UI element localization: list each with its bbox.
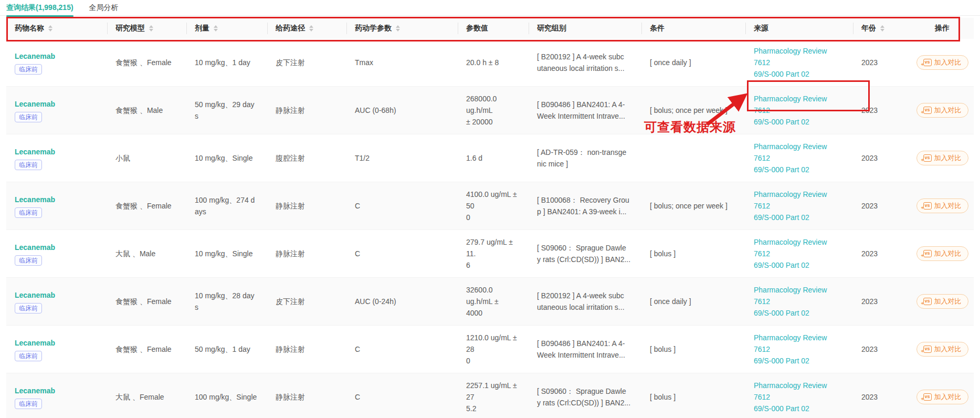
drug-name-link[interactable]: Lecanemab: [15, 51, 99, 61]
source-link[interactable]: Pharmacology Review 7612 69/S-000 Part 0…: [754, 284, 845, 319]
cell-route: 皮下注射: [267, 39, 346, 87]
cell-action: vs+加入对比: [911, 134, 974, 182]
column-label-value: 参数值: [466, 24, 488, 32]
table-row: Lecanemab临床前大鼠 、Male10 mg/kg、Single静脉注射C…: [6, 230, 974, 278]
cell-action: vs+加入对比: [911, 39, 974, 87]
drug-name-link[interactable]: Lecanemab: [15, 242, 99, 253]
phase-badge: 临床前: [15, 160, 42, 170]
column-header-group: 研究组别: [529, 18, 641, 39]
sort-caret-icon[interactable]: [149, 25, 153, 32]
add-to-compare-button[interactable]: vs+加入对比: [916, 151, 968, 165]
column-header-action: 操作: [911, 18, 974, 39]
column-header-param[interactable]: 药动学参数: [346, 18, 458, 39]
cell-parameter: C: [346, 182, 458, 230]
cell-route: 静脉注射: [267, 182, 346, 230]
cell-value: 1.6 d: [458, 134, 529, 182]
source-link[interactable]: Pharmacology Review 7612 69/S-000 Part 0…: [754, 332, 845, 367]
cell-dose: 100 mg/kg、Single: [186, 373, 267, 418]
source-link[interactable]: Pharmacology Review 7612 69/S-000 Part 0…: [754, 45, 845, 80]
drug-name-link[interactable]: Lecanemab: [15, 385, 99, 396]
cell-study-group: [ B200192 ] A 4-week subc utaneous local…: [529, 39, 641, 87]
add-to-compare-label: 加入对比: [934, 344, 962, 354]
table-row: Lecanemab临床前食蟹猴 、Male50 mg/kg、29 day s静脉…: [6, 87, 974, 134]
add-to-compare-button[interactable]: vs+加入对比: [916, 246, 968, 261]
add-to-compare-button[interactable]: vs+加入对比: [916, 342, 968, 357]
column-label-condition: 条件: [650, 24, 665, 32]
drug-name-link[interactable]: Lecanemab: [15, 194, 99, 205]
cell-source: Pharmacology Review 7612 69/S-000 Part 0…: [745, 326, 853, 373]
cell-condition: [ bolus ]: [641, 326, 745, 373]
cell-action: vs+加入对比: [911, 87, 974, 134]
cell-source: Pharmacology Review 7612 69/S-000 Part 0…: [745, 39, 853, 87]
cell-drug: Lecanemab临床前: [6, 39, 107, 87]
column-label-param: 药动学参数: [355, 24, 392, 32]
cell-drug: Lecanemab临床前: [6, 278, 107, 326]
cell-source: Pharmacology Review 7612 69/S-000 Part 0…: [745, 373, 853, 418]
cell-model: 小鼠: [107, 134, 186, 182]
source-link[interactable]: Pharmacology Review 7612 69/S-000 Part 0…: [754, 189, 845, 223]
drug-name-link[interactable]: Lecanemab: [15, 290, 99, 300]
cell-value: 279.7 ug/mL ± 11. 6: [458, 230, 529, 278]
vs-compare-icon: vs+: [923, 298, 932, 305]
source-link[interactable]: Pharmacology Review 7612 69/S-000 Part 0…: [754, 236, 845, 271]
vs-compare-icon: vs+: [923, 107, 932, 114]
cell-value: 20.0 h ± 8: [458, 39, 529, 87]
add-to-compare-label: 加入对比: [934, 58, 962, 67]
cell-action: vs+加入对比: [911, 373, 974, 418]
cell-source: Pharmacology Review 7612 69/S-000 Part 0…: [745, 230, 853, 278]
column-label-route: 给药途径: [276, 24, 305, 32]
drug-name-link[interactable]: Lecanemab: [15, 99, 99, 109]
source-link[interactable]: Pharmacology Review 7612 69/S-000 Part 0…: [754, 380, 845, 414]
cell-dose: 50 mg/kg、1 day: [186, 326, 267, 373]
column-header-drug[interactable]: 药物名称: [6, 18, 107, 39]
cell-model: 大鼠 、Female: [107, 373, 186, 418]
drug-name-link[interactable]: Lecanemab: [15, 147, 99, 157]
sort-caret-icon[interactable]: [309, 25, 313, 32]
column-label-model: 研究模型: [115, 24, 145, 32]
cell-value: 2257.1 ug/mL ± 27 5.2: [458, 373, 529, 418]
column-header-model[interactable]: 研究模型: [107, 18, 186, 39]
source-link[interactable]: Pharmacology Review 7612 69/S-000 Part 0…: [754, 141, 845, 175]
table-row: Lecanemab临床前食蟹猴 、Female100 mg/kg、274 d a…: [6, 182, 974, 230]
add-to-compare-label: 加入对比: [934, 106, 962, 115]
cell-drug: Lecanemab临床前: [6, 87, 107, 134]
column-label-action: 操作: [935, 24, 950, 32]
vs-compare-icon: vs+: [923, 346, 932, 353]
column-header-route[interactable]: 给药途径: [267, 18, 346, 39]
add-to-compare-button[interactable]: vs+加入对比: [916, 198, 968, 213]
cell-parameter: AUC (0-24h): [346, 278, 458, 326]
cell-condition: [ bolus; once per week ]: [641, 87, 745, 134]
cell-year: 2023: [853, 373, 911, 418]
add-to-compare-button[interactable]: vs+加入对比: [916, 294, 968, 309]
vs-compare-icon: vs+: [923, 393, 932, 401]
cell-study-group: [ B100068： Recovery Grou p ] BAN2401: A …: [529, 182, 641, 230]
cell-drug: Lecanemab临床前: [6, 182, 107, 230]
drug-name-link[interactable]: Lecanemab: [15, 338, 99, 348]
add-to-compare-button[interactable]: vs+加入对比: [916, 390, 968, 404]
table-row: Lecanemab临床前食蟹猴 、Female50 mg/kg、1 day静脉注…: [6, 326, 974, 373]
vs-compare-icon: vs+: [923, 154, 932, 162]
tab-query-results[interactable]: 查询结果(1,998,215): [6, 3, 73, 17]
cell-source: Pharmacology Review 7612 69/S-000 Part 0…: [745, 278, 853, 326]
table-header-row: 药物名称研究模型剂量给药途径药动学参数参数值研究组别条件来源年份操作: [6, 18, 974, 39]
source-link[interactable]: Pharmacology Review 7612 69/S-000 Part 0…: [754, 93, 845, 128]
cell-parameter: C: [346, 326, 458, 373]
cell-value: 32600.0 ug.h/mL ± 4000: [458, 278, 529, 326]
phase-badge: 临床前: [15, 399, 42, 409]
add-to-compare-button[interactable]: vs+加入对比: [916, 103, 968, 118]
tab-global-analysis[interactable]: 全局分析: [89, 3, 119, 17]
sort-caret-icon[interactable]: [48, 25, 52, 32]
cell-drug: Lecanemab临床前: [6, 230, 107, 278]
cell-value: 1210.0 ug/mL ± 28 0: [458, 326, 529, 373]
sort-caret-icon[interactable]: [880, 25, 884, 32]
vs-compare-icon: vs+: [923, 250, 932, 257]
cell-model: 食蟹猴 、Female: [107, 182, 186, 230]
sort-caret-icon[interactable]: [214, 25, 218, 32]
column-header-dose[interactable]: 剂量: [186, 18, 267, 39]
cell-study-group: [ B090486 ] BAN2401: A 4- Week Intermitt…: [529, 87, 641, 134]
column-header-year[interactable]: 年份: [853, 18, 911, 39]
add-to-compare-button[interactable]: vs+加入对比: [916, 55, 968, 70]
cell-parameter: AUC (0-68h): [346, 87, 458, 134]
add-to-compare-label: 加入对比: [934, 297, 962, 306]
sort-caret-icon[interactable]: [396, 25, 400, 32]
